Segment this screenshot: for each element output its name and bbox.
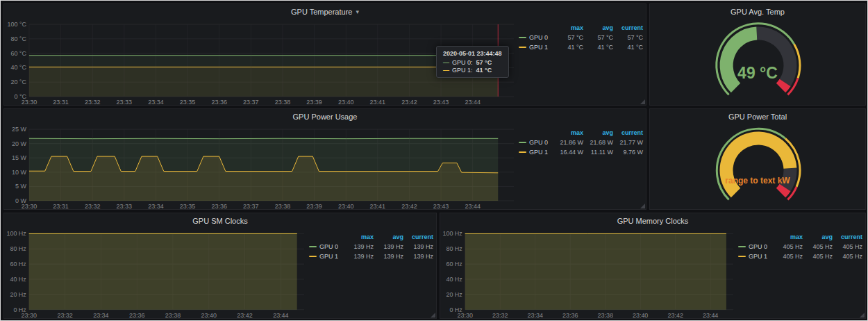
svg-text:20 W: 20 W bbox=[12, 140, 26, 147]
svg-text:23:39: 23:39 bbox=[306, 203, 322, 210]
legend-value: 139 Hz bbox=[403, 253, 433, 260]
legend-value: 57 °C bbox=[553, 34, 583, 41]
legend-sort-header[interactable]: current bbox=[613, 129, 643, 136]
series-color-icon bbox=[519, 37, 526, 38]
panel-title-text: GPU Power Usage bbox=[293, 113, 358, 121]
legend-row: GPU 1139 Hz139 Hz139 Hz bbox=[309, 252, 433, 261]
svg-text:40 Hz: 40 Hz bbox=[446, 276, 462, 283]
svg-text:23:40: 23:40 bbox=[338, 99, 353, 106]
chart-tooltip: 2020-05-01 23:44:48 — GPU 0: 57 °C — GPU… bbox=[436, 46, 509, 78]
legend-series-toggle[interactable]: GPU 0 bbox=[519, 139, 553, 146]
legend-series-toggle[interactable]: GPU 1 bbox=[519, 149, 553, 156]
legend-sort-header[interactable]: max bbox=[344, 233, 374, 240]
legend-value: 405 Hz bbox=[803, 253, 833, 260]
chevron-down-icon: ▾ bbox=[356, 8, 359, 15]
memory-clocks-chart[interactable]: 23:3023:3223:3423:3623:3823:4023:4223:44… bbox=[440, 229, 737, 320]
series-dash-icon: — bbox=[443, 59, 449, 66]
power-usage-chart[interactable]: 23:3023:3123:3223:3323:3423:3523:3623:37… bbox=[4, 124, 517, 211]
temperature-legend: maxavgcurrentGPU 057 °C57 °C57 °CGPU 141… bbox=[517, 19, 646, 52]
svg-text:23:36: 23:36 bbox=[562, 312, 578, 319]
legend-series-toggle[interactable]: GPU 1 bbox=[519, 44, 553, 51]
svg-text:23:36: 23:36 bbox=[211, 99, 226, 106]
legend-series-toggle[interactable]: GPU 0 bbox=[309, 243, 344, 250]
legend-value: 11.11 W bbox=[583, 149, 613, 156]
panel-title-gpu-sm-clocks[interactable]: GPU SM Clocks bbox=[4, 213, 436, 229]
svg-text:23:42: 23:42 bbox=[401, 99, 417, 106]
tooltip-series-name: GPU 0: bbox=[452, 59, 473, 66]
legend-sort-header[interactable]: current bbox=[613, 24, 643, 31]
legend-series-toggle[interactable]: GPU 0 bbox=[519, 34, 553, 41]
legend-sort-header[interactable]: avg bbox=[583, 24, 613, 31]
legend-sort-header[interactable]: avg bbox=[374, 233, 403, 240]
svg-text:80 Hz: 80 Hz bbox=[10, 245, 26, 252]
svg-text:100 °C: 100 °C bbox=[7, 21, 26, 28]
legend-value: 139 Hz bbox=[374, 243, 403, 250]
legend-sort-header[interactable]: current bbox=[833, 233, 862, 240]
panel-resize-handle[interactable] bbox=[860, 313, 865, 318]
svg-text:23:43: 23:43 bbox=[433, 203, 449, 210]
tooltip-series-name: GPU 1: bbox=[452, 67, 473, 74]
tooltip-timestamp: 2020-05-01 23:44:48 bbox=[443, 50, 502, 57]
legend-value: 405 Hz bbox=[803, 243, 833, 250]
panel-title-text: GPU Memory Clocks bbox=[617, 217, 689, 225]
svg-text:23:44: 23:44 bbox=[465, 99, 480, 106]
legend-series-toggle[interactable]: GPU 0 bbox=[738, 243, 773, 250]
svg-text:23:37: 23:37 bbox=[243, 99, 258, 106]
svg-text:23:36: 23:36 bbox=[211, 203, 226, 210]
legend-sort-header[interactable]: current bbox=[403, 233, 433, 240]
panel-title-text: GPU Avg. Temp bbox=[731, 8, 785, 16]
legend-sort-header[interactable]: max bbox=[553, 24, 583, 31]
panel-title-gpu-temperature[interactable]: GPU Temperature ▾ bbox=[4, 4, 646, 19]
legend-value: 41 °C bbox=[553, 44, 583, 51]
gauge-value: 49 °C bbox=[650, 64, 865, 83]
series-color-icon bbox=[519, 142, 526, 143]
tooltip-series-value: 41 °C bbox=[476, 67, 492, 74]
svg-text:23:34: 23:34 bbox=[93, 312, 108, 319]
legend-sort-header[interactable]: max bbox=[773, 233, 803, 240]
panel-resize-handle[interactable] bbox=[640, 99, 645, 104]
svg-text:80 Hz: 80 Hz bbox=[446, 245, 462, 252]
panel-gpu-avg-temp: GPU Avg. Temp 49 °C bbox=[649, 3, 866, 106]
panel-resize-handle[interactable] bbox=[640, 204, 645, 208]
legend-series-toggle[interactable]: GPU 1 bbox=[738, 253, 773, 260]
svg-text:23:44: 23:44 bbox=[703, 312, 718, 319]
svg-text:23:34: 23:34 bbox=[148, 203, 163, 210]
legend-value: 16.44 W bbox=[553, 149, 583, 156]
svg-text:23:38: 23:38 bbox=[598, 312, 613, 319]
legend-value: 21.86 W bbox=[553, 139, 583, 146]
svg-text:23:40: 23:40 bbox=[201, 312, 217, 319]
panel-title-gpu-power-usage[interactable]: GPU Power Usage bbox=[4, 109, 646, 124]
avg-temp-gauge bbox=[650, 19, 867, 105]
panel-gpu-power-usage: GPU Power Usage 23:3023:3123:3223:3323:3… bbox=[3, 108, 646, 210]
legend-series-toggle[interactable]: GPU 1 bbox=[309, 253, 344, 260]
svg-text:80 °C: 80 °C bbox=[10, 35, 26, 42]
legend-value: 21.68 W bbox=[583, 139, 613, 146]
svg-text:23:38: 23:38 bbox=[275, 203, 290, 210]
legend-row: GPU 057 °C57 °C57 °C bbox=[519, 33, 643, 42]
svg-text:60 Hz: 60 Hz bbox=[446, 261, 462, 268]
legend-sort-header[interactable]: avg bbox=[803, 233, 833, 240]
legend-value: 405 Hz bbox=[833, 243, 862, 250]
legend-value: 405 Hz bbox=[833, 253, 862, 260]
panel-title-gpu-avg-temp[interactable]: GPU Avg. Temp bbox=[650, 4, 865, 19]
svg-text:23:35: 23:35 bbox=[180, 203, 195, 210]
svg-text:0 W: 0 W bbox=[15, 197, 26, 204]
legend-value: 21.77 W bbox=[613, 139, 643, 146]
svg-text:23:38: 23:38 bbox=[165, 312, 181, 319]
svg-text:20 °C: 20 °C bbox=[10, 79, 26, 85]
power-legend: maxavgcurrentGPU 021.86 W21.68 W21.77 WG… bbox=[517, 124, 646, 157]
legend-sort-header[interactable]: avg bbox=[583, 129, 613, 136]
legend-header-row: maxavgcurrent bbox=[309, 232, 433, 242]
svg-text:40 °C: 40 °C bbox=[10, 64, 26, 71]
legend-value: 139 Hz bbox=[344, 243, 374, 250]
sm-clocks-chart[interactable]: 23:3023:3223:3423:3623:3823:4023:4223:44… bbox=[4, 229, 308, 320]
svg-text:23:39: 23:39 bbox=[306, 99, 322, 106]
series-color-icon bbox=[738, 246, 746, 247]
svg-text:23:32: 23:32 bbox=[85, 203, 100, 210]
panel-resize-handle[interactable] bbox=[431, 313, 435, 318]
panel-title-gpu-memory-clocks[interactable]: GPU Memory Clocks bbox=[440, 213, 865, 229]
panel-title-gpu-power-total[interactable]: GPU Power Total bbox=[650, 109, 865, 124]
legend-row: GPU 141 °C41 °C41 °C bbox=[519, 42, 643, 52]
legend-sort-header[interactable]: max bbox=[553, 129, 583, 136]
sm-clocks-legend: maxavgcurrentGPU 0139 Hz139 Hz139 HzGPU … bbox=[308, 229, 436, 261]
